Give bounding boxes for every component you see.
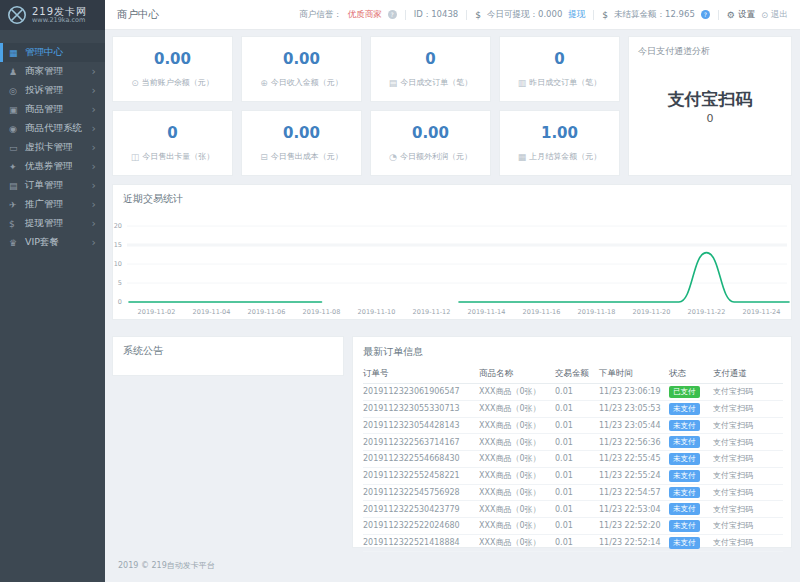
merchant-user-icon: ♟ <box>9 67 25 77</box>
stat-label: 上月结算金额（元） <box>529 151 601 162</box>
stat-card: 0.00⊕今日收入金额（元） <box>241 36 362 102</box>
chevron-right-icon: › <box>92 199 96 210</box>
stat-card: 0.00⊙当前账户余额（元） <box>112 36 233 102</box>
withdraw-link[interactable]: 提现 <box>568 9 585 21</box>
profit-icon: ◔ <box>389 152 397 162</box>
unsettled-help-icon[interactable]: ? <box>701 10 710 19</box>
sidebar-item-withdraw[interactable]: $提现管理› <box>0 214 105 233</box>
orders-column-header: 状态 <box>669 365 713 384</box>
sidebar-item-coupon[interactable]: ✦优惠券管理› <box>0 157 105 176</box>
sidebar-item-label: 虚拟卡管理 <box>25 141 92 154</box>
complaint-target-icon: ◎ <box>9 86 25 96</box>
yesterday-orders-icon: ▥ <box>518 78 527 88</box>
divider <box>718 10 719 20</box>
sidebar-item-label: 投诉管理 <box>25 84 92 97</box>
svg-text:2019-11-10: 2019-11-10 <box>358 308 396 316</box>
status-badge: 未支付 <box>669 470 700 482</box>
stat-label: 今日收入金额（元） <box>271 77 343 88</box>
chevron-right-icon: › <box>92 161 96 172</box>
sidebar-item-label: 订单管理 <box>25 179 92 192</box>
product-bag-icon: ▣ <box>9 105 25 115</box>
svg-text:2019-11-14: 2019-11-14 <box>468 308 506 316</box>
sidebar-item-label: VIP套餐 <box>25 236 92 249</box>
cards-sold-icon: ◫ <box>131 152 140 162</box>
svg-text:2019-11-16: 2019-11-16 <box>523 308 561 316</box>
cost-icon: ⊟ <box>260 152 268 162</box>
gear-icon: ⚙ <box>727 10 735 20</box>
reputation-help-icon[interactable]: ? <box>388 10 397 19</box>
table-row: 2019112322530423779XXX商品（0张）0.0111/23 22… <box>363 501 783 518</box>
settlement-icon: ▦ <box>518 152 527 162</box>
balance-icon: ⊙ <box>131 78 139 88</box>
stat-value: 1.00 <box>541 124 578 142</box>
sidebar-item-label: 商品代理系统 <box>25 122 92 135</box>
footer-copyright: 2019 © 219自动发卡平台 <box>118 560 215 571</box>
dollar-icon: $ <box>475 10 481 20</box>
status-badge: 未支付 <box>669 403 700 415</box>
chevron-right-icon: › <box>92 237 96 248</box>
chevron-right-icon: › <box>92 123 96 134</box>
sidebar-item-dashboard[interactable]: ▦管理中心 <box>0 43 105 62</box>
table-row: 2019112322545756928XXX商品（0张）0.0111/23 22… <box>363 484 783 501</box>
sidebar-item-order[interactable]: ▤订单管理› <box>0 176 105 195</box>
table-row: 2019112323055330713XXX商品（0张）0.0111/23 23… <box>363 400 783 417</box>
divider <box>405 10 406 20</box>
chevron-right-icon: › <box>92 66 96 77</box>
page-title: 商户中心 <box>117 8 159 22</box>
sidebar-item-merchant[interactable]: ♟商家管理› <box>0 62 105 81</box>
orders-column-header: 交易金额 <box>555 365 599 384</box>
svg-text:2019-11-06: 2019-11-06 <box>248 308 286 316</box>
topbar-right: 商户信誉： 优质商家 ? ID：10438 $ 今日可提现：0.000 提现 $… <box>299 9 788 21</box>
svg-text:2019-11-24: 2019-11-24 <box>743 308 781 316</box>
stat-cards: 0.00⊙当前账户余额（元）0.00⊕今日收入金额（元）0▤今日成交订单（笔）0… <box>112 36 620 176</box>
stat-card: 0◫今日售出卡量（张） <box>112 110 233 176</box>
svg-text:15: 15 <box>114 241 122 249</box>
stat-label: 今日售出卡量（张） <box>142 151 214 162</box>
stat-card: 0.00◔今日额外利润（元） <box>370 110 491 176</box>
transactions-chart-card: 近期交易统计 051015202019-11-022019-11-042019-… <box>112 184 792 320</box>
stat-value: 0 <box>167 124 177 142</box>
status-badge: 未支付 <box>669 453 700 465</box>
stat-value: 0.00 <box>412 124 449 142</box>
stat-card: 1.00▦上月结算金额（元） <box>499 110 620 176</box>
svg-text:2019-11-22: 2019-11-22 <box>688 308 726 316</box>
payment-channel-count: 0 <box>629 112 791 125</box>
vip-crown-icon: ♛ <box>9 238 25 248</box>
chevron-right-icon: › <box>92 85 96 96</box>
chevron-right-icon: › <box>92 142 96 153</box>
topbar: 商户中心 商户信誉： 优质商家 ? ID：10438 $ 今日可提现：0.000… <box>105 0 800 30</box>
income-icon: ⊕ <box>260 78 268 88</box>
payment-panel-title: 今日支付通道分析 <box>629 37 791 58</box>
reputation-label: 商户信誉： <box>299 9 342 21</box>
sidebar-item-agent[interactable]: ◉商品代理系统› <box>0 119 105 138</box>
divider <box>466 10 467 20</box>
status-badge: 已支付 <box>669 386 700 398</box>
settings-button[interactable]: ⚙设置 <box>727 9 755 21</box>
stat-card: 0▤今日成交订单（笔） <box>370 36 491 102</box>
logout-button[interactable]: ⊙退出 <box>761 9 788 21</box>
stat-label: 当前账户余额（元） <box>142 77 214 88</box>
svg-text:10: 10 <box>114 260 122 268</box>
chart-title: 近期交易统计 <box>113 185 791 206</box>
stat-value: 0 <box>554 50 564 68</box>
globe-logo-icon <box>7 5 27 25</box>
announcement-panel: 系统公告 <box>112 336 344 376</box>
sidebar-item-product[interactable]: ▣商品管理› <box>0 100 105 119</box>
orders-title: 最新订单信息 <box>363 345 781 359</box>
sidebar-item-complaint[interactable]: ◎投诉管理› <box>0 81 105 100</box>
divider <box>593 10 594 20</box>
svg-text:2019-11-08: 2019-11-08 <box>303 308 341 316</box>
sidebar-item-vip[interactable]: ♛VIP套餐› <box>0 233 105 252</box>
svg-text:5: 5 <box>118 279 122 287</box>
dashboard-icon: ▦ <box>9 48 25 58</box>
status-badge: 未支付 <box>669 520 700 532</box>
stat-label: 今日额外利润（元） <box>400 151 472 162</box>
order-list-icon: ▤ <box>9 181 25 191</box>
orders-column-header: 订单号 <box>363 365 479 384</box>
withdrawable-amount: 今日可提现：0.000 <box>487 9 562 21</box>
sidebar-item-virtual-card[interactable]: ▭虚拟卡管理› <box>0 138 105 157</box>
sidebar-item-promotion[interactable]: ✈推广管理› <box>0 195 105 214</box>
latest-orders-panel: 最新订单信息 订单号商品名称交易金额下单时间状态支付通道 20191123230… <box>352 336 792 548</box>
status-badge: 未支付 <box>669 436 700 448</box>
table-row: 2019112322521418884XXX商品（0张）0.0111/23 22… <box>363 534 783 551</box>
